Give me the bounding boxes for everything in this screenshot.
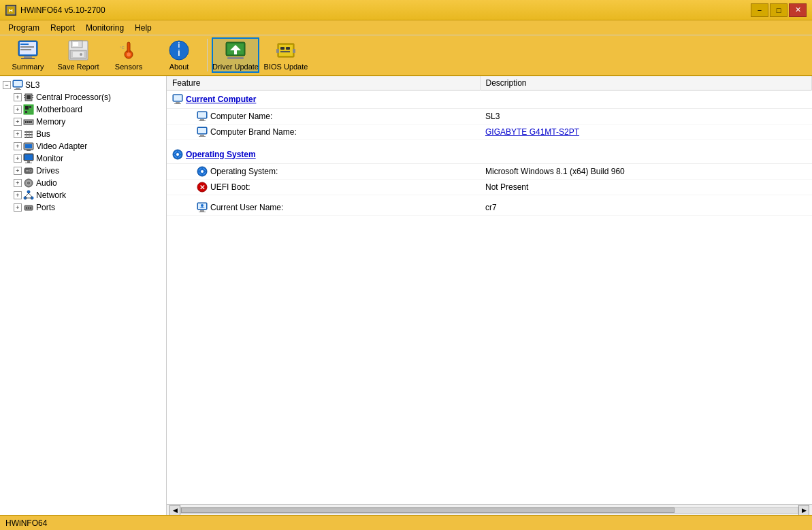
svg-rect-66	[27, 161, 30, 163]
svg-rect-25	[227, 57, 244, 59]
tree-toggle-cpu[interactable]: +	[14, 93, 22, 101]
svg-point-75	[28, 182, 29, 184]
tree-toggle-audio[interactable]: +	[14, 179, 22, 187]
svg-rect-67	[25, 163, 32, 163]
svg-rect-51	[27, 121, 29, 123]
tree-item-cpu[interactable]: + Central Processor(s)	[0, 91, 166, 103]
svg-rect-63	[27, 150, 31, 151]
svg-rect-96	[200, 135, 204, 136]
horizontal-scrollbar[interactable]: ◀ ▶	[167, 504, 812, 515]
scroll-thumb[interactable]	[181, 508, 675, 513]
scroll-left-arrow[interactable]: ◀	[169, 505, 180, 516]
svg-rect-62	[25, 144, 32, 148]
gigabyte-link[interactable]: GIGABYTE G41MT-S2PT	[485, 127, 579, 137]
toolbar-about-button[interactable]: i i About	[155, 37, 203, 73]
tree-toggle-mem[interactable]: +	[14, 118, 22, 126]
computer-icon	[12, 80, 23, 90]
tree-audio-label: Audio	[36, 178, 57, 188]
os-section-icon	[172, 149, 183, 160]
toolbar-summary-button[interactable]: Summary	[4, 37, 52, 73]
tree-item-mb[interactable]: + Motherboard	[0, 103, 166, 116]
scroll-track[interactable]	[180, 507, 798, 514]
tree-item-video[interactable]: + Video Adapter	[0, 140, 166, 152]
table-row-uefi: ✕ UEFI Boot: Not Present	[167, 179, 812, 195]
right-panel: Feature Description	[167, 76, 812, 515]
svg-point-100	[176, 153, 179, 156]
tree-item-root[interactable]: − SL3	[0, 79, 166, 91]
tree-root-label: SL3	[25, 80, 39, 90]
tree-toggle-root[interactable]: −	[3, 81, 11, 89]
about-icon: i i	[168, 39, 190, 61]
title-bar: H HWiNFO64 v5.10-2700 − □ ✕	[0, 0, 812, 20]
svg-point-103	[201, 170, 204, 173]
window-title: HWiNFO64 v5.10-2700	[20, 5, 105, 15]
tree-toggle-network[interactable]: +	[14, 191, 22, 199]
value-os: Microsoft Windows 8.1 (x64) Build 960	[480, 163, 812, 179]
toolbar-bios-update-button[interactable]: BIOS Update	[262, 37, 310, 73]
ports-icon	[23, 202, 34, 213]
svg-rect-50	[25, 121, 27, 123]
toolbar-driver-update-button[interactable]: Driver Update	[212, 37, 259, 73]
svg-rect-40	[24, 95, 25, 96]
section-current-computer-label: Current Computer	[186, 95, 256, 104]
summary-label: Summary	[12, 63, 44, 71]
computer-brand-icon	[197, 127, 208, 137]
menu-monitoring[interactable]: Monitoring	[80, 22, 129, 34]
tree-item-mem[interactable]: + Memory	[0, 116, 166, 128]
section-os-label: Operating System	[186, 150, 256, 159]
user-label: Current User Name:	[210, 203, 283, 212]
svg-rect-97	[199, 136, 206, 137]
svg-rect-53	[31, 121, 32, 123]
minimize-button[interactable]: −	[751, 3, 768, 17]
toolbar: Summary Save Report °C Sensors	[0, 35, 812, 76]
driver-update-icon	[225, 39, 246, 61]
spacer-2	[167, 195, 812, 200]
summary-icon	[17, 39, 39, 61]
svg-rect-31	[276, 49, 279, 53]
tree-toggle-video[interactable]: +	[14, 142, 22, 150]
tree-cpu-label: Central Processor(s)	[36, 93, 111, 102]
value-uefi: Not Present	[480, 179, 812, 195]
tree-toggle-bus[interactable]: +	[14, 130, 22, 138]
svg-rect-93	[199, 120, 206, 121]
table-header-row: Feature Description	[167, 76, 812, 90]
tree-network-label: Network	[36, 191, 66, 200]
tree-item-ports[interactable]: + Ports	[0, 201, 166, 214]
menu-program[interactable]: Program	[3, 22, 45, 34]
tree-item-drives[interactable]: + Drives	[0, 165, 166, 177]
tree-toggle-mb[interactable]: +	[14, 105, 22, 114]
menu-bar: Program Report Monitoring Help	[0, 20, 812, 35]
tree-toggle-monitor[interactable]: +	[14, 154, 22, 163]
tree-item-audio[interactable]: + Audio	[0, 177, 166, 189]
svg-point-14	[80, 53, 82, 56]
toolbar-sensors-button[interactable]: °C Sensors	[105, 37, 152, 73]
bios-update-icon	[275, 39, 297, 61]
tree-toggle-ports[interactable]: +	[14, 203, 22, 212]
svg-rect-95	[198, 128, 206, 133]
svg-text:✕: ✕	[199, 184, 205, 191]
info-table: Feature Description	[167, 76, 812, 216]
tree-item-bus[interactable]: + Bus	[0, 128, 166, 140]
tree-toggle-drives[interactable]: +	[14, 167, 22, 175]
toolbar-save-report-button[interactable]: Save Report	[54, 37, 102, 73]
save-report-label: Save Report	[57, 63, 99, 71]
svg-rect-29	[286, 47, 290, 50]
description-column-header: Description	[480, 76, 812, 90]
svg-rect-41	[24, 97, 25, 98]
svg-point-108	[201, 204, 204, 207]
menu-report[interactable]: Report	[45, 22, 80, 34]
close-button[interactable]: ✕	[789, 3, 807, 17]
tree-bus-label: Bus	[36, 129, 50, 139]
maximize-button[interactable]: □	[770, 3, 787, 17]
os-icon	[197, 166, 208, 177]
svg-rect-11	[73, 42, 78, 46]
tree-item-network[interactable]: + Network	[0, 189, 166, 201]
svg-rect-45	[25, 106, 29, 110]
svg-rect-4	[20, 44, 29, 45]
menu-help[interactable]: Help	[129, 22, 157, 34]
svg-point-76	[27, 191, 30, 193]
tree-item-monitor[interactable]: + Monitor	[0, 152, 166, 165]
tree-video-label: Video Adapter	[36, 142, 87, 151]
section-current-computer: Current Computer	[167, 90, 812, 109]
scroll-right-arrow[interactable]: ▶	[798, 505, 809, 516]
